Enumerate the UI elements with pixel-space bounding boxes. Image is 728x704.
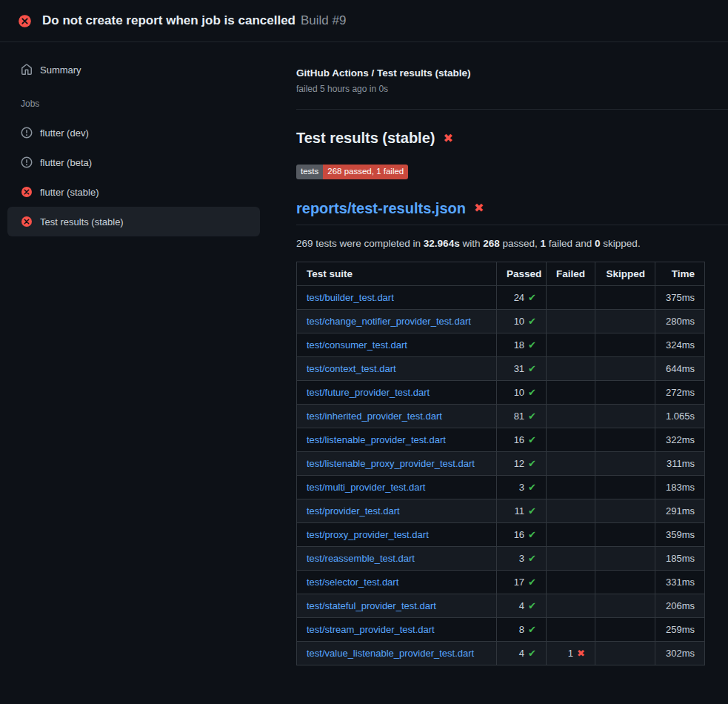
skipped-cell bbox=[595, 356, 655, 380]
test-results-table: Test suite Passed Failed Skipped Time te… bbox=[296, 262, 705, 665]
sidebar-summary-label: Summary bbox=[40, 64, 81, 76]
passed-cell: 3✔ bbox=[497, 475, 547, 499]
failed-cell bbox=[547, 285, 595, 309]
home-icon bbox=[21, 64, 33, 76]
test-suite-link[interactable]: test/multi_provider_test.dart bbox=[307, 482, 425, 493]
failed-cell bbox=[547, 475, 595, 499]
failed-cell bbox=[547, 356, 595, 380]
section-title: Test results (stable) ✖ bbox=[296, 130, 728, 147]
job-label: flutter (stable) bbox=[40, 187, 98, 198]
tests-badge: tests 268 passed, 1 failed bbox=[296, 165, 408, 179]
test-suite-link[interactable]: test/stateful_provider_test.dart bbox=[307, 600, 436, 611]
failed-cell bbox=[547, 451, 595, 475]
test-suite-link[interactable]: test/change_notifier_provider_test.dart bbox=[307, 316, 471, 327]
results-table-body: test/builder_test.dart24✔375mstest/chang… bbox=[297, 285, 705, 665]
test-suite-cell: test/listenable_proxy_provider_test.dart bbox=[297, 451, 497, 475]
sidebar-item-flutter-dev[interactable]: flutter (dev) bbox=[7, 118, 260, 147]
test-suite-link[interactable]: test/builder_test.dart bbox=[307, 292, 394, 303]
test-suite-link[interactable]: test/selector_test.dart bbox=[307, 577, 398, 588]
passed-cell: 81✔ bbox=[497, 404, 547, 428]
passed-cell: 8✔ bbox=[497, 617, 547, 641]
breadcrumb: GitHub Actions / Test results (stable) bbox=[296, 67, 728, 79]
skipped-cell bbox=[595, 499, 655, 522]
failed-cell bbox=[547, 522, 595, 546]
check-icon: ✔ bbox=[528, 624, 536, 635]
failed-cell bbox=[547, 546, 595, 570]
col-header-test-suite: Test suite bbox=[297, 262, 497, 285]
test-suite-link[interactable]: test/reassemble_test.dart bbox=[307, 553, 415, 564]
failed-cell bbox=[547, 309, 595, 333]
build-number: Build #9 bbox=[301, 13, 346, 28]
test-suite-link[interactable]: test/context_test.dart bbox=[307, 363, 396, 374]
test-suite-link[interactable]: test/stream_provider_test.dart bbox=[307, 624, 435, 635]
sidebar-item-summary[interactable]: Summary bbox=[7, 60, 260, 79]
time-cell: 272ms bbox=[655, 380, 705, 404]
skipped-cell bbox=[595, 285, 655, 309]
skipped-cell bbox=[595, 475, 655, 499]
col-header-passed: Passed bbox=[497, 262, 547, 285]
check-icon: ✔ bbox=[528, 458, 536, 469]
test-suite-link[interactable]: test/listenable_provider_test.dart bbox=[307, 434, 446, 445]
sidebar-item-flutter-beta[interactable]: flutter (beta) bbox=[7, 147, 260, 177]
time-cell: 183ms bbox=[655, 475, 705, 499]
table-row: test/listenable_proxy_provider_test.dart… bbox=[297, 451, 705, 475]
table-row: test/builder_test.dart24✔375ms bbox=[297, 285, 705, 309]
sidebar: Summary Jobs flutter (dev) flutter (beta… bbox=[0, 42, 278, 236]
passed-cell: 16✔ bbox=[497, 522, 547, 546]
test-suite-link[interactable]: test/future_provider_test.dart bbox=[307, 387, 430, 398]
table-row: test/listenable_provider_test.dart16✔322… bbox=[297, 428, 705, 451]
job-label: flutter (dev) bbox=[40, 127, 89, 139]
test-suite-cell: test/multi_provider_test.dart bbox=[297, 475, 497, 499]
passed-cell: 4✔ bbox=[497, 641, 547, 665]
test-suite-link[interactable]: test/listenable_proxy_provider_test.dart bbox=[307, 458, 475, 469]
check-icon: ✔ bbox=[528, 363, 536, 374]
failed-cell bbox=[547, 380, 595, 404]
test-suite-cell: test/consumer_test.dart bbox=[297, 333, 497, 356]
test-suite-link[interactable]: test/consumer_test.dart bbox=[307, 339, 407, 351]
check-icon: ✔ bbox=[528, 600, 536, 611]
test-suite-link[interactable]: test/inherited_provider_test.dart bbox=[307, 411, 442, 422]
skipped-cell bbox=[595, 428, 655, 451]
test-suite-cell: test/proxy_provider_test.dart bbox=[297, 522, 497, 546]
failed-cell bbox=[547, 499, 595, 522]
test-suite-link[interactable]: test/value_listenable_provider_test.dart bbox=[307, 648, 474, 659]
skipped-cell bbox=[595, 380, 655, 404]
job-label: flutter (beta) bbox=[40, 157, 92, 168]
col-header-skipped: Skipped bbox=[595, 262, 655, 285]
passed-cell: 10✔ bbox=[497, 380, 547, 404]
table-row: test/stream_provider_test.dart8✔259ms bbox=[297, 617, 705, 641]
test-suite-cell: test/selector_test.dart bbox=[297, 570, 497, 594]
failed-status-icon bbox=[21, 216, 33, 228]
report-file-link[interactable]: reports/test-results.json bbox=[296, 200, 466, 217]
skipped-cell bbox=[595, 641, 655, 665]
skipped-cell bbox=[595, 333, 655, 356]
test-suite-cell: test/builder_test.dart bbox=[297, 285, 497, 309]
time-cell: 280ms bbox=[655, 309, 705, 333]
table-row: test/value_listenable_provider_test.dart… bbox=[297, 641, 705, 665]
badge-value: 268 passed, 1 failed bbox=[323, 165, 408, 179]
jobs-section-label: Jobs bbox=[21, 99, 260, 109]
time-cell: 291ms bbox=[655, 499, 705, 522]
test-suite-link[interactable]: test/proxy_provider_test.dart bbox=[307, 529, 429, 540]
failed-cell: 1✖ bbox=[547, 641, 595, 665]
neutral-status-icon bbox=[21, 127, 33, 139]
time-cell: 311ms bbox=[655, 451, 705, 475]
skipped-cell bbox=[595, 546, 655, 570]
check-icon: ✔ bbox=[528, 387, 536, 398]
skipped-cell bbox=[595, 594, 655, 617]
time-cell: 375ms bbox=[655, 285, 705, 309]
sidebar-item-test-results-stable[interactable]: Test results (stable) bbox=[7, 207, 260, 236]
time-cell: 359ms bbox=[655, 522, 705, 546]
neutral-status-icon bbox=[21, 156, 33, 168]
test-suite-link[interactable]: test/provider_test.dart bbox=[307, 505, 400, 517]
skipped-cell bbox=[595, 522, 655, 546]
page-header: Do not create report when job is cancell… bbox=[0, 0, 728, 42]
test-suite-cell: test/future_provider_test.dart bbox=[297, 380, 497, 404]
badge-label: tests bbox=[296, 165, 323, 179]
test-suite-cell: test/context_test.dart bbox=[297, 356, 497, 380]
test-suite-cell: test/stream_provider_test.dart bbox=[297, 617, 497, 641]
passed-cell: 10✔ bbox=[497, 309, 547, 333]
table-row: test/future_provider_test.dart10✔272ms bbox=[297, 380, 705, 404]
test-suite-cell: test/listenable_provider_test.dart bbox=[297, 428, 497, 451]
sidebar-item-flutter-stable[interactable]: flutter (stable) bbox=[7, 177, 260, 207]
